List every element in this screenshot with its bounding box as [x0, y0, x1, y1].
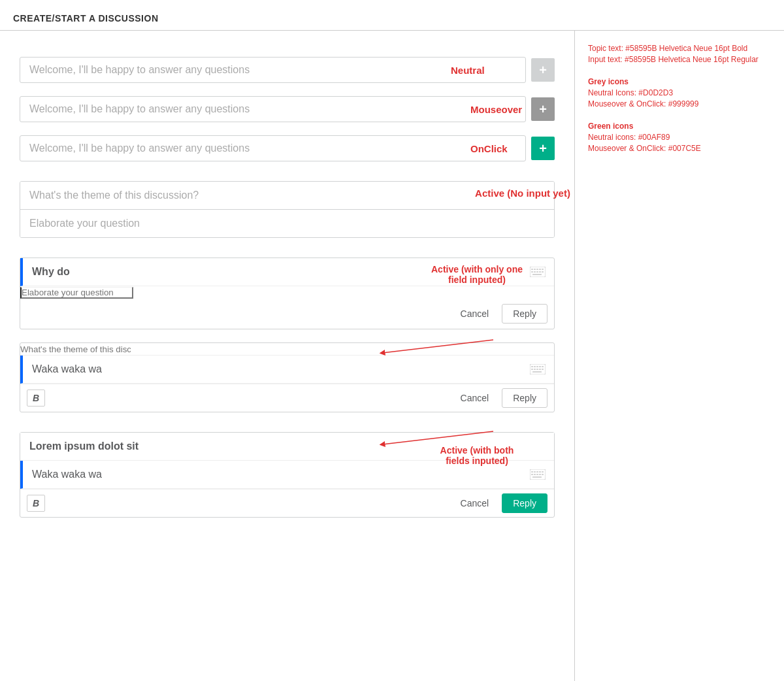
topic-row-partial [20, 356, 554, 384]
svg-rect-30 [531, 474, 533, 475]
toolbar-row-both: B Cancel Reply [20, 489, 554, 517]
right-panel: Topic text: #58595B Helvetica Neue 16pt … [575, 31, 784, 681]
mouseover-label: Mouseover [470, 104, 522, 115]
keyboard-icon-both [528, 468, 547, 481]
elaborate-input-one[interactable] [20, 287, 133, 299]
svg-rect-33 [539, 474, 541, 475]
onclick-input[interactable] [20, 135, 526, 161]
cancel-button-partial[interactable]: Cancel [454, 389, 496, 407]
reply-button-partial[interactable]: Reply [502, 388, 547, 408]
topic-text-detail: Topic text: #58595B Helvetica Neue 16pt … [588, 44, 771, 53]
active-both-fields-section: Lorem ipsum dolot sit [20, 432, 555, 518]
svg-rect-29 [542, 471, 544, 473]
body-input-partial[interactable] [23, 356, 528, 383]
onclick-plus-button[interactable]: + [531, 137, 555, 160]
svg-rect-15 [536, 366, 538, 367]
svg-rect-20 [536, 369, 538, 370]
green-neutral-detail: Neutral icons: #00AF89 [588, 133, 771, 142]
svg-rect-23 [532, 371, 542, 373]
svg-rect-16 [539, 366, 541, 367]
svg-rect-14 [534, 366, 536, 367]
svg-rect-34 [542, 474, 544, 475]
green-mouseover-detail: Mouseover & OnClick: #007C5E [588, 144, 771, 153]
active-partial-section: B Cancel Reply [20, 342, 555, 412]
neutral-plus-button[interactable]: + [531, 58, 555, 82]
svg-rect-17 [542, 366, 544, 367]
neutral-section: + Neutral [20, 57, 555, 83]
active-no-input-section: Active (No input yet) [20, 181, 555, 238]
action-row-one: Cancel Reply [20, 299, 554, 329]
svg-rect-25 [531, 471, 533, 473]
mouseover-section: + Mouseover [20, 96, 555, 122]
content-row: + Neutral + Mouseover + OnClick [0, 31, 784, 681]
input-text-detail: Input text: #58595B Helvetica Neue 16pt … [588, 55, 771, 64]
grey-icons-section: Grey icons Neutral Icons: #D0D2D3 Mouseo… [588, 77, 771, 108]
grey-icons-title: Grey icons [588, 77, 771, 86]
grey-neutral-detail: Neutral Icons: #D0D2D3 [588, 88, 771, 97]
green-icons-section: Green icons Neutral icons: #00AF89 Mouse… [588, 122, 771, 153]
svg-rect-28 [539, 471, 541, 473]
page-container: CREATE/START A DISCUSSION + Neutral + Mo… [0, 0, 784, 681]
svg-rect-27 [536, 471, 538, 473]
page-title: CREATE/START A DISCUSSION [0, 0, 784, 30]
svg-rect-26 [534, 471, 536, 473]
green-icons-title: Green icons [588, 122, 771, 131]
elaborate-input-no-input[interactable] [20, 210, 554, 237]
active-both-fields-label: Active (with both fields inputed) [412, 445, 542, 466]
reply-button-both[interactable]: Reply [502, 493, 547, 513]
active-no-input-label: Active (No input yet) [470, 188, 575, 199]
left-panel: + Neutral + Mouseover + OnClick [0, 31, 575, 681]
keyboard-icon-partial [528, 363, 547, 376]
svg-rect-19 [534, 369, 536, 370]
toolbar-row-partial: B Cancel Reply [20, 384, 554, 412]
svg-rect-22 [542, 369, 544, 370]
cancel-button-one[interactable]: Cancel [454, 305, 496, 323]
grey-mouseover-detail: Mouseover & OnClick: #999999 [588, 99, 771, 108]
active-one-field-label: Active (with only one field inputed) [412, 264, 542, 285]
bold-button-both[interactable]: B [27, 495, 45, 512]
neutral-input[interactable] [20, 57, 526, 83]
right-top-section: Topic text: #58595B Helvetica Neue 16pt … [588, 44, 771, 64]
reply-button-one[interactable]: Reply [502, 304, 547, 324]
svg-rect-31 [534, 474, 536, 475]
cancel-button-both[interactable]: Cancel [454, 494, 496, 512]
neutral-label: Neutral [451, 65, 485, 76]
mouseover-plus-button[interactable]: + [531, 97, 555, 121]
onclick-label: OnClick [470, 143, 508, 154]
svg-rect-21 [539, 369, 541, 370]
svg-rect-18 [531, 369, 533, 370]
svg-rect-32 [536, 474, 538, 475]
theme-input-partial[interactable] [20, 344, 131, 354]
active-one-field-section: Cancel Reply Active (with only one field… [20, 257, 555, 329]
bold-button-partial[interactable]: B [27, 390, 45, 407]
svg-rect-35 [532, 476, 542, 478]
active-partial-block: B Cancel Reply [20, 342, 555, 412]
onclick-section: + OnClick [20, 135, 555, 161]
svg-rect-13 [531, 366, 533, 367]
mouseover-input[interactable] [20, 96, 526, 122]
